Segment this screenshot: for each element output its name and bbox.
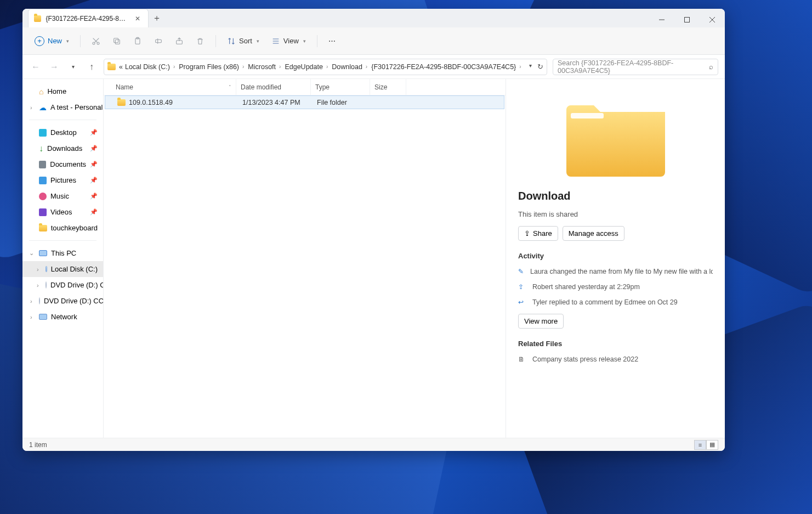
sidebar-item-network[interactable]: Network [22,309,103,325]
delete-button[interactable] [191,33,209,49]
sidebar-item-thispc[interactable]: This PC [22,245,103,261]
paste-button[interactable] [129,33,146,49]
sidebar-item-videos[interactable]: Videos📌 [22,204,103,220]
folder-icon [34,15,41,22]
sidebar-item-downloads[interactable]: ↓Downloads📌 [22,140,103,156]
folder-icon [117,99,126,106]
column-date[interactable]: Date modified [236,79,311,95]
back-button[interactable]: ← [29,60,42,74]
more-button[interactable]: ⋯ [324,33,340,48]
address-dropdown-icon[interactable]: ▾ [529,63,532,71]
desktop-icon [39,129,47,137]
view-button[interactable]: View ▾ [267,33,310,49]
view-more-button[interactable]: View more [518,314,564,329]
activity-item: ↩Tyler replied to a comment by Edmee on … [518,298,713,306]
recent-dropdown[interactable]: ▾ [66,60,80,74]
sidebar-item-personal[interactable]: ☁ A test - Personal [22,99,103,115]
search-icon[interactable]: ⌕ [709,63,713,71]
svg-rect-18 [571,113,604,118]
activity-item: ✎Laura changed the name from My file to … [518,268,713,275]
crumb-item[interactable]: Download› [331,63,370,71]
chevron-down-icon: ▾ [303,38,306,44]
sidebar-item-pictures[interactable]: Pictures📌 [22,172,103,188]
crumb-item[interactable]: Microsoft› [247,63,283,71]
folder-icon [39,225,47,231]
share-button[interactable] [171,33,188,49]
related-file-item[interactable]: 🗎Company stats press release 2022 [518,355,713,363]
sidebar-item-desktop[interactable]: Desktop📌 [22,125,103,140]
column-name[interactable]: Name˄ [111,79,236,95]
sidebar-item-drive-d2[interactable]: DVD Drive (D:) CCC [22,293,103,309]
sidebar-item-touchkeyboard[interactable]: touchkeyboard [22,220,103,236]
documents-icon [39,161,46,168]
details-view-toggle[interactable]: ≡ [694,440,706,450]
crumb-item[interactable]: Local Disk (C:)› [124,63,178,71]
tab-current[interactable]: {F3017226-FE2A-4295-8BDF-0 ✕ [28,9,149,27]
add-tab-button[interactable]: ＋ [149,9,165,27]
sidebar-item-music[interactable]: Music📌 [22,188,103,204]
column-headers: Name˄ Date modified Type Size [104,79,506,95]
sort-icon [227,37,236,46]
sidebar-item-drive-c[interactable]: ›Local Disk (C:) [22,261,103,277]
new-button[interactable]: + New ▾ [30,33,73,49]
related-heading: Related Files [518,340,713,348]
home-icon: ⌂ [39,87,43,96]
sort-button[interactable]: Sort ▾ [223,33,264,49]
rename-button[interactable] [150,33,167,49]
manage-access-button[interactable]: Manage access [563,226,624,241]
column-type[interactable]: Type [311,79,370,95]
edit-icon: ✎ [518,268,524,275]
svg-rect-1 [685,18,690,22]
cell-type: File folder [313,99,372,106]
view-toggle: ≡ ▦ [694,440,718,450]
crumb-item[interactable]: Program Files (x86)› [178,63,247,71]
close-tab-icon[interactable]: ✕ [133,14,143,24]
sidebar-item-home[interactable]: ⌂ Home [22,83,103,99]
pin-icon: 📌 [90,193,98,200]
cut-button[interactable] [87,33,105,49]
pin-icon: 📌 [90,161,98,168]
close-button[interactable] [700,12,725,27]
address-bar[interactable]: « Local Disk (C:)› Program Files (x86)› … [104,59,547,75]
details-shared-text: This item is shared [518,210,713,218]
refresh-button[interactable]: ↻ [537,63,543,71]
pin-icon: 📌 [90,145,98,152]
status-bar: 1 item ≡ ▦ [22,438,725,451]
sidebar-item-documents[interactable]: Documents📌 [22,156,103,172]
toolbar: + New ▾ Sort ▾ View ▾ ⋯ [22,27,725,55]
maximize-button[interactable] [674,12,700,27]
copy-button[interactable] [108,33,126,49]
videos-icon [39,208,47,216]
body: ⌂ Home ☁ A test - Personal Desktop📌 ↓Dow… [22,79,725,438]
disc-icon [39,297,40,304]
search-input[interactable]: Search {F3017226-FE2A-4295-8BDF-00C3A9A7… [553,59,718,75]
details-title: Download [518,190,713,202]
item-count: 1 item [29,441,47,449]
minimize-button[interactable] [649,12,674,27]
window-controls [649,12,725,27]
thispc-icon [39,250,47,256]
crumb-item[interactable]: EdgeUpdate› [283,63,331,71]
pin-icon: 📌 [90,208,98,216]
sidebar-item-drive-d1[interactable]: ›DVD Drive (D:) CC [22,277,103,293]
search-placeholder: Search {F3017226-FE2A-4295-8BDF-00C3A9A7… [558,59,709,75]
share-icon: ⇪ [518,283,526,291]
crumb-item[interactable]: {F3017226-FE2A-4295-8BDF-00C3A9A7E4C5}› [370,63,524,71]
up-button[interactable]: ↑ [85,60,98,74]
icons-view-toggle[interactable]: ▦ [706,440,718,450]
svg-rect-8 [115,39,120,44]
cell-date: 1/13/2023 4:47 PM [238,99,313,106]
pin-icon: 📌 [90,177,98,184]
crumb-prefix: « [118,63,124,71]
pictures-icon [39,177,47,184]
music-icon [39,193,47,200]
cell-name: 109.0.1518.49 [129,99,173,106]
forward-button[interactable]: → [48,60,61,74]
svg-rect-9 [114,38,118,42]
tab-title: {F3017226-FE2A-4295-8BDF-0 [46,15,128,22]
folder-icon [107,64,116,70]
chevron-down-icon: ▾ [257,38,259,44]
table-row[interactable]: 109.0.1518.49 1/13/2023 4:47 PM File fol… [105,95,504,109]
column-size[interactable]: Size [370,79,406,95]
share-button[interactable]: ⇪Share [518,226,558,241]
